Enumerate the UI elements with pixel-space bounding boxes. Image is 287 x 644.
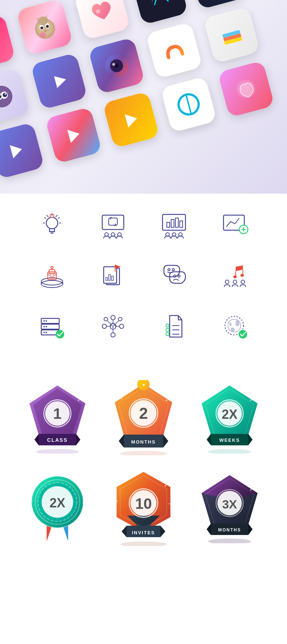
svg-text:✦: ✦ [203, 412, 205, 415]
svg-point-101 [102, 324, 107, 328]
svg-rect-51 [167, 222, 170, 227]
svg-point-106 [118, 317, 122, 321]
svg-text:✦: ✦ [156, 384, 159, 388]
icons-row-2 [22, 258, 265, 294]
svg-text:✦: ✦ [168, 502, 171, 506]
svg-text:✦: ✦ [206, 486, 210, 491]
svg-marker-211 [248, 524, 253, 535]
play2-app-icon [0, 122, 44, 179]
badge-2-months: ★ 2 ✦ ✦ ✦ ✦ ✦ ✦ MONTHS [109, 380, 178, 455]
svg-marker-210 [207, 524, 211, 535]
svg-text:✦: ✦ [215, 386, 218, 390]
svg-marker-164 [248, 434, 253, 445]
svg-rect-117 [166, 333, 169, 336]
svg-line-39 [47, 215, 48, 217]
paint-app-icon [203, 6, 260, 63]
svg-point-99 [56, 330, 64, 338]
svg-text:✦: ✦ [70, 385, 73, 389]
svg-text:✦: ✦ [119, 396, 123, 401]
badge-10-invites: 10 ✦ ✦ ✦ ✦ ✦ ✦ INVITES [109, 470, 178, 545]
svg-text:✦: ✦ [82, 501, 84, 505]
svg-text:✦: ✦ [34, 396, 38, 401]
badge-2x-medal: 2X ✦ ✦ ✦ ✦ [23, 470, 91, 545]
svg-point-103 [111, 316, 115, 320]
icons-section [0, 194, 287, 373]
svg-text:✦: ✦ [249, 488, 252, 492]
svg-point-80 [172, 269, 174, 271]
svg-text:✦: ✦ [242, 475, 245, 479]
svg-line-33 [186, 96, 191, 113]
svg-point-104 [111, 333, 115, 337]
svg-text:✦: ✦ [164, 484, 167, 488]
svg-point-88 [233, 280, 237, 284]
badge-1-class: 1 ✦ ✦ ✦ ✦ ✦ ✦ CLASS [23, 380, 91, 455]
svg-point-114 [112, 326, 114, 328]
dark-app-icon [131, 0, 188, 25]
svg-rect-116 [166, 328, 169, 331]
lightbulb-icon-item [30, 208, 74, 244]
svg-point-87 [225, 280, 229, 284]
svg-text:✦: ✦ [43, 386, 46, 390]
svg-point-35 [46, 217, 58, 229]
svg-point-97 [43, 332, 45, 333]
svg-point-205 [208, 539, 251, 543]
svg-point-79 [168, 269, 170, 271]
svg-text:WEEKS: WEEKS [219, 437, 240, 443]
svg-rect-54 [180, 221, 183, 227]
svg-line-24 [166, 56, 167, 60]
svg-rect-53 [175, 218, 178, 227]
svg-text:INVITES: INVITES [132, 530, 155, 535]
svg-text:✦: ✦ [203, 501, 205, 505]
svg-point-89 [241, 280, 245, 284]
svg-point-141 [120, 451, 167, 455]
svg-text:✦: ✦ [253, 505, 256, 508]
svg-text:2X: 2X [222, 407, 237, 422]
svg-text:✦: ✦ [242, 385, 245, 389]
svg-rect-46 [102, 215, 124, 229]
svg-text:✦: ✦ [131, 474, 134, 478]
svg-line-112 [115, 321, 119, 324]
server-check-icon-item [30, 308, 74, 344]
svg-text:✦: ✦ [33, 481, 37, 486]
svg-point-96 [46, 326, 47, 327]
firefox-app-icon [0, 14, 16, 71]
svg-marker-146 [163, 435, 168, 448]
svg-rect-115 [166, 324, 169, 327]
svg-text:✦: ✦ [77, 398, 80, 402]
svg-text:✦: ✦ [206, 396, 210, 401]
svg-text:✦: ✦ [119, 481, 123, 486]
svg-line-45 [58, 217, 60, 219]
svg-text:✦: ✦ [155, 473, 158, 477]
svg-point-105 [104, 317, 108, 321]
svg-rect-52 [171, 219, 174, 227]
dark2-app-icon [189, 0, 246, 9]
chart-presentation-icon-item [152, 208, 196, 244]
svg-point-93 [43, 320, 45, 322]
app-icons-grid [0, 0, 287, 194]
monster-app-icon [0, 68, 30, 125]
svg-marker-17 [54, 74, 68, 88]
report-flag-icon-item [91, 258, 135, 294]
badges-row-1: 1 ✦ ✦ ✦ ✦ ✦ ✦ CLASS [14, 380, 273, 455]
svg-point-82 [178, 275, 180, 277]
svg-text:✦: ✦ [81, 415, 84, 418]
svg-text:★: ★ [142, 383, 146, 387]
svg-point-124 [239, 330, 247, 338]
svg-text:✦: ✦ [78, 483, 81, 487]
cat-app-icon [16, 0, 73, 56]
svg-line-25 [184, 51, 185, 55]
svg-marker-30 [67, 127, 81, 143]
svg-text:✦: ✦ [116, 412, 118, 415]
robot-stage-icon-item [30, 258, 74, 294]
analytics-add-icon-item [213, 208, 257, 244]
svg-text:MONTHS: MONTHS [131, 439, 156, 445]
svg-point-102 [119, 324, 124, 328]
svg-text:✦: ✦ [253, 415, 256, 418]
magnet-app-icon [146, 22, 203, 79]
svg-text:MONTHS: MONTHS [218, 527, 241, 532]
brain-app-icon [218, 61, 275, 118]
svg-point-159 [208, 449, 251, 454]
svg-text:✦: ✦ [215, 476, 218, 479]
play3-app-icon [45, 106, 102, 164]
disc-app-icon [88, 37, 145, 94]
